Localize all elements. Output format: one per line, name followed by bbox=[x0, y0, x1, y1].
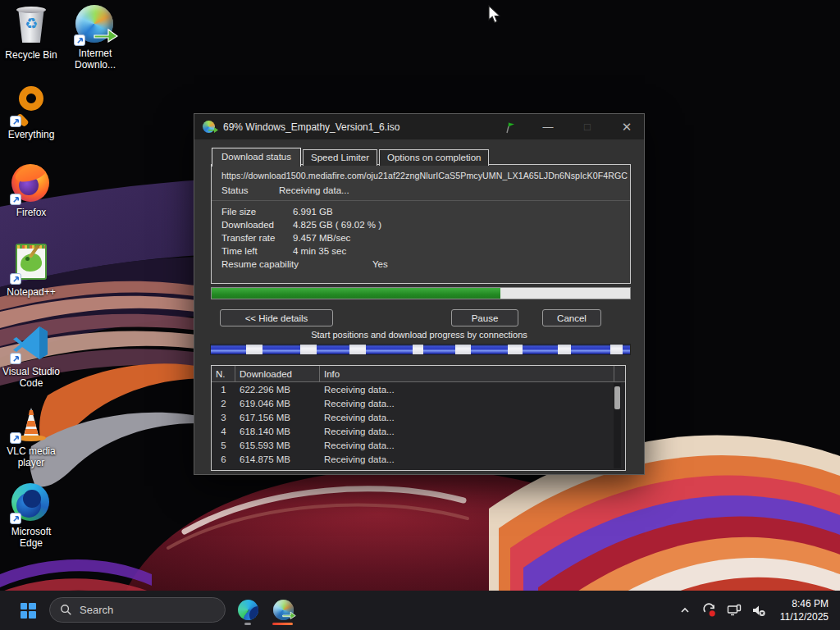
desktop-icon-idm[interactable]: Internet Downlo... bbox=[61, 5, 130, 71]
idm-icon bbox=[75, 5, 115, 44]
maximize-button[interactable]: □ bbox=[578, 119, 596, 135]
cell-info: Receiving data... bbox=[320, 413, 625, 422]
desktop-icon-notepadpp[interactable]: Notepad++ bbox=[0, 244, 66, 298]
field-value: 9.457 MB/sec bbox=[293, 233, 350, 243]
taskbar-clock[interactable]: 8:46 PM 11/12/2025 bbox=[780, 597, 829, 623]
tray-volume-icon[interactable] bbox=[749, 591, 769, 630]
cell-downloaded: 619.046 MB bbox=[235, 399, 320, 409]
cell-n: 3 bbox=[212, 413, 235, 422]
cell-downloaded: 622.296 MB bbox=[235, 385, 320, 395]
search-label: Search bbox=[80, 604, 113, 616]
dialog-titlebar[interactable]: 69% Windows_Empathy_Version1_6.iso — □ ✕ bbox=[194, 114, 644, 139]
hide-details-button[interactable]: << Hide details bbox=[220, 309, 333, 326]
cell-n: 1 bbox=[212, 385, 235, 395]
tray-overflow-button[interactable] bbox=[675, 591, 695, 630]
desktop-icon-edge[interactable]: Microsoft Edge bbox=[0, 483, 66, 549]
close-button[interactable]: ✕ bbox=[618, 119, 636, 135]
status-label: Status bbox=[221, 185, 279, 195]
cell-n: 2 bbox=[212, 399, 235, 409]
download-url: https://download1500.mediafire.com/oju21… bbox=[221, 171, 620, 180]
tab-download-status[interactable]: Download status bbox=[212, 148, 301, 167]
table-row[interactable]: 4618.140 MBReceiving data... bbox=[212, 424, 625, 438]
start-button[interactable] bbox=[15, 597, 41, 623]
desktop-icon-recycle-bin[interactable]: ♻ Recycle Bin bbox=[0, 7, 66, 61]
desktop-icon-vscode[interactable]: Visual Studio Code bbox=[0, 323, 66, 389]
desktop-icon-everything[interactable]: Everything bbox=[0, 84, 66, 140]
download-status-panel: https://download1500.mediafire.com/oju21… bbox=[211, 164, 631, 284]
column-header-spacer bbox=[614, 366, 625, 381]
idm-download-indicator bbox=[272, 623, 293, 625]
vlc-icon bbox=[11, 403, 51, 442]
tab-speed-limiter[interactable]: Speed Limiter bbox=[303, 149, 377, 166]
table-row[interactable]: 1622.296 MBReceiving data... bbox=[212, 382, 625, 396]
everything-icon bbox=[11, 86, 51, 126]
cancel-button[interactable]: Cancel bbox=[542, 309, 601, 326]
cell-info: Receiving data... bbox=[320, 441, 625, 450]
tray-devices-icon[interactable] bbox=[724, 591, 744, 630]
table-row[interactable]: 6614.875 MBReceiving data... bbox=[212, 452, 625, 466]
desktop-icon-label: Microsoft Edge bbox=[2, 526, 60, 549]
table-row[interactable]: 2619.046 MBReceiving data... bbox=[212, 396, 625, 410]
table-header: N. Downloaded Info bbox=[212, 366, 625, 382]
field-value: 4.825 GB ( 69.02 % ) bbox=[293, 220, 381, 230]
notepad-plus-plus-icon bbox=[11, 244, 51, 283]
cell-info: Receiving data... bbox=[320, 385, 625, 395]
column-header-info[interactable]: Info bbox=[320, 366, 614, 381]
cell-downloaded: 614.875 MB bbox=[235, 454, 320, 464]
shortcut-arrow-icon bbox=[10, 353, 21, 364]
tab-options-on-completion[interactable]: Options on completion bbox=[379, 149, 489, 166]
table-row[interactable]: 5615.593 MBReceiving data... bbox=[212, 438, 625, 452]
flag-icon bbox=[504, 121, 518, 134]
edge-running-indicator bbox=[244, 623, 251, 625]
cell-info: Receiving data... bbox=[320, 454, 625, 464]
chevron-up-icon bbox=[679, 605, 691, 616]
shortcut-arrow-icon bbox=[10, 194, 21, 205]
dialog-title: 69% Windows_Empathy_Version1_6.iso bbox=[223, 121, 399, 133]
taskbar-idm-button[interactable] bbox=[272, 598, 294, 621]
connections-caption: Start positions and download progress by… bbox=[194, 330, 644, 340]
desktop-icon-firefox[interactable]: Firefox bbox=[0, 164, 66, 218]
field-value: Yes bbox=[372, 259, 388, 269]
cell-info: Receiving data... bbox=[320, 399, 625, 409]
recycle-bin-icon: ♻ bbox=[11, 7, 51, 46]
field-value: 6.991 GB bbox=[293, 207, 333, 217]
firefox-icon bbox=[11, 164, 51, 203]
connections-bar bbox=[210, 344, 631, 355]
edge-taskbar-icon bbox=[238, 600, 258, 620]
shortcut-arrow-icon bbox=[10, 432, 21, 444]
desktop-icon-vlc[interactable]: VLC media player bbox=[0, 403, 66, 468]
windows-logo-icon bbox=[21, 603, 36, 619]
column-header-downloaded[interactable]: Downloaded bbox=[235, 366, 320, 381]
microsoft-edge-icon bbox=[11, 483, 51, 523]
table-scrollbar[interactable] bbox=[614, 383, 621, 468]
desktop-icon-label: Firefox bbox=[0, 207, 66, 218]
column-header-n[interactable]: N. bbox=[212, 366, 235, 381]
search-icon bbox=[60, 604, 72, 616]
tray-update-icon[interactable] bbox=[700, 591, 719, 630]
pause-button[interactable]: Pause bbox=[451, 309, 518, 326]
cell-downloaded: 618.140 MB bbox=[235, 427, 320, 436]
cell-downloaded: 617.156 MB bbox=[235, 413, 320, 422]
taskbar: Search bbox=[0, 591, 840, 630]
table-row[interactable]: 3617.156 MBReceiving data... bbox=[212, 410, 625, 424]
connections-table: N. Downloaded Info 1622.296 MBReceiving … bbox=[211, 365, 626, 471]
desktop-icon-label: VLC media player bbox=[0, 445, 66, 468]
field-value: 4 min 35 sec bbox=[293, 246, 346, 256]
minimize-button[interactable]: — bbox=[539, 119, 557, 135]
desktop-icon-label: Visual Studio Code bbox=[0, 366, 66, 389]
field-label: Transfer rate bbox=[221, 233, 293, 243]
cell-n: 4 bbox=[212, 427, 235, 436]
desktop-icon-label: Everything bbox=[0, 129, 66, 140]
field-label: Time left bbox=[221, 246, 293, 256]
idm-taskbar-icon bbox=[273, 600, 294, 620]
field-label: Downloaded bbox=[221, 220, 293, 230]
idm-app-icon-arrow bbox=[208, 127, 218, 133]
mouse-cursor bbox=[487, 5, 502, 25]
taskbar-search[interactable]: Search bbox=[49, 597, 226, 623]
cell-n: 5 bbox=[212, 441, 235, 450]
desktop-icon-label: Notepad++ bbox=[0, 286, 66, 298]
shortcut-arrow-icon bbox=[10, 116, 21, 127]
table-scrollbar-thumb[interactable] bbox=[614, 386, 620, 409]
desktop-icon-label: Internet Downlo... bbox=[61, 48, 130, 71]
taskbar-edge-button[interactable] bbox=[236, 598, 259, 621]
